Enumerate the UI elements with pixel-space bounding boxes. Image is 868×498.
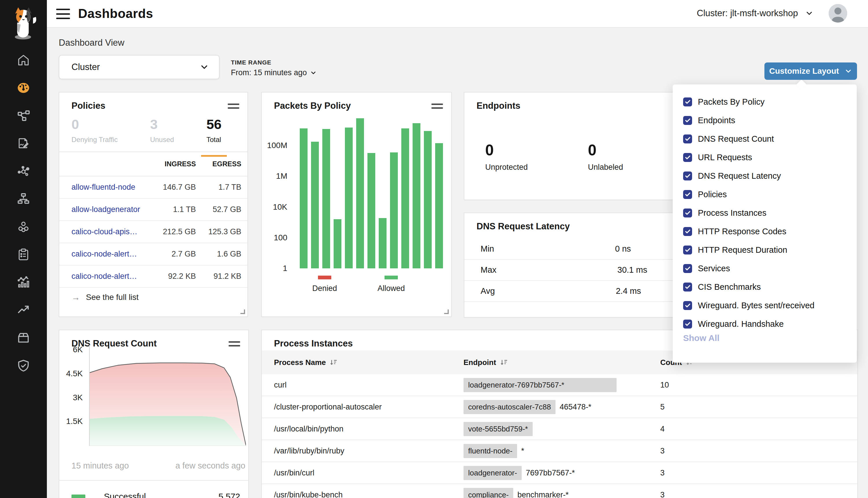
user-avatar[interactable] (829, 4, 847, 23)
widget-menu-item[interactable]: DNS Request Latency (673, 167, 857, 185)
allowed-bar (379, 218, 387, 268)
process-row: /usr/bin/curl loadgenerator- 7697bb7567-… (262, 462, 857, 484)
successful-count: 5,572 (218, 492, 240, 498)
widget-menu-item[interactable]: Services (673, 259, 857, 278)
dns-legend-row-successful[interactable]: Successful 5,572 (59, 486, 248, 498)
dashboard-gauge-icon (17, 81, 30, 96)
policy-row: calico-node-alertmana… 2.7 GB 1.6 GB (59, 243, 247, 265)
process-count: 3 (660, 440, 718, 461)
checkbox-checked-icon[interactable] (683, 134, 692, 143)
sidebar-item-clusters[interactable] (0, 213, 47, 241)
page-title: Dashboards (78, 6, 153, 21)
show-all-link[interactable]: Show All (683, 333, 720, 343)
checkbox-checked-icon[interactable] (683, 190, 692, 199)
checkbox-checked-icon[interactable] (683, 283, 692, 291)
widget-menu-item[interactable]: HTTP Request Duration (673, 240, 857, 259)
column-process-name[interactable]: Process Name (274, 358, 448, 367)
process-count: 10 (660, 374, 718, 396)
policy-name-link[interactable]: allow-loadgenerator (72, 205, 147, 214)
stat-total[interactable]: 56 Total (206, 116, 221, 152)
allowed-bar (345, 128, 353, 268)
widget-menu-item[interactable]: Packets By Policy (673, 93, 857, 111)
sidebar-item-service-graph[interactable] (0, 102, 47, 130)
compliance-clipboard-icon (17, 248, 30, 262)
allowed-bar (413, 123, 420, 268)
resize-handle[interactable] (444, 310, 449, 314)
network-molecule-icon (17, 165, 30, 179)
calico-cat-logo[interactable] (8, 5, 39, 42)
process-count: 4 (660, 418, 718, 440)
policy-name-link[interactable]: calico-node-alertmana… (72, 272, 147, 281)
y-axis-tick: 10K (250, 202, 287, 212)
process-row: /usr/bin/kube-bench compliance- benchmar… (262, 484, 857, 498)
menu-toggle-button[interactable] (55, 8, 70, 20)
y-axis-tick: 1 (250, 264, 287, 273)
sidebar-item-home[interactable] (0, 47, 47, 75)
checkbox-checked-icon[interactable] (683, 97, 692, 106)
sort-icon (329, 358, 337, 366)
allowed-bar (435, 143, 443, 268)
policy-name-link[interactable]: calico-node-alertmana… (72, 250, 147, 259)
sidebar-item-network-topology[interactable] (0, 186, 47, 213)
allowed-bar (300, 128, 308, 268)
policy-row: calico-node-alertmana… 92.2 KB 91.2 KB (59, 265, 247, 288)
sidebar-item-statistics[interactable] (0, 269, 47, 297)
column-egress: EGRESS (196, 160, 241, 168)
stat-unused[interactable]: 3 Unused (150, 116, 174, 152)
widget-menu-item[interactable]: Wireguard. Bytes sent/received (673, 296, 857, 315)
process-name: /usr/bin/curl (274, 462, 448, 484)
widget-menu-item[interactable]: URL Requests (673, 148, 857, 167)
process-row: /cluster-proportional-autoscaler coredns… (262, 396, 857, 418)
latency-label: Min (481, 244, 494, 254)
sidebar-item-compliance[interactable] (0, 241, 47, 269)
cluster-selector[interactable]: Cluster: jlt-msft-workshop (697, 8, 814, 18)
process-name: /var/lib/ruby/bin/ruby (274, 440, 448, 461)
time-range-label: TIME RANGE (231, 59, 317, 66)
dns-count-plot: 6K4.5K3K1.5K (89, 345, 245, 446)
policy-ingress-value: 146.7 GB (147, 183, 196, 192)
card-menu-icon[interactable] (431, 104, 443, 110)
checkbox-checked-icon[interactable] (683, 301, 692, 310)
sidebar-item-threat-defense[interactable] (0, 352, 47, 380)
stat-denying-traffic[interactable]: 0 Denying Traffic (72, 116, 118, 152)
policy-name-link[interactable]: allow-fluentd-node (72, 183, 147, 192)
checkbox-checked-icon[interactable] (683, 319, 692, 329)
policy-row: allow-fluentd-node 146.7 GB 1.7 TB (59, 176, 247, 199)
chevron-down-icon (805, 9, 814, 18)
widget-menu-item[interactable]: Wireguard. Handshake (673, 315, 857, 333)
packets-by-policy-card: Packets By Policy 100M1M10K1001 Denied A… (261, 92, 452, 317)
resize-handle[interactable] (241, 310, 245, 314)
sidebar-item-dashboards[interactable] (0, 75, 47, 102)
checkbox-checked-icon[interactable] (683, 227, 692, 236)
widget-menu-item[interactable]: Process Instances (673, 204, 857, 222)
policy-name-link[interactable]: calico-cloud-apiserver-… (72, 227, 147, 236)
widget-menu-item[interactable]: CIS Benchmarks (673, 278, 857, 296)
endpoint-chip: compliance- (464, 488, 513, 498)
sidebar-item-network-sets[interactable] (0, 158, 47, 186)
dashboard-view-select[interactable]: Cluster (59, 55, 220, 79)
column-endpoint[interactable]: Endpoint (464, 358, 643, 367)
policy-ingress-value: 92.2 KB (147, 272, 196, 281)
widget-menu-item[interactable]: HTTP Response Codes (673, 222, 857, 240)
shield-check-icon (17, 359, 30, 374)
customize-layout-button[interactable]: Customize Layout (764, 63, 857, 80)
checkbox-checked-icon[interactable] (683, 153, 692, 162)
sidebar-item-flow-visualizer[interactable] (0, 297, 47, 325)
checkbox-checked-icon[interactable] (683, 209, 692, 218)
sidebar-item-image-assurance[interactable] (0, 325, 47, 352)
see-full-list-link[interactable]: → See the full list (59, 286, 247, 309)
chevron-down-icon (199, 62, 209, 72)
policy-ingress-value: 212.5 GB (147, 227, 196, 236)
checkbox-checked-icon[interactable] (683, 171, 692, 181)
card-menu-icon[interactable] (228, 104, 239, 110)
widget-menu-item[interactable]: Policies (673, 185, 857, 204)
checkbox-checked-icon[interactable] (683, 116, 692, 125)
checkbox-checked-icon[interactable] (683, 246, 692, 254)
endpoint-chip: fluentd-node- (464, 444, 517, 458)
widget-menu-item[interactable]: Endpoints (673, 111, 857, 130)
time-range-value[interactable]: From: 15 minutes ago (231, 68, 317, 77)
sidebar-item-policies[interactable] (0, 130, 47, 158)
widget-menu-item[interactable]: DNS Request Count (673, 130, 857, 148)
checkbox-checked-icon[interactable] (683, 264, 692, 273)
service-graph-icon (17, 109, 30, 123)
